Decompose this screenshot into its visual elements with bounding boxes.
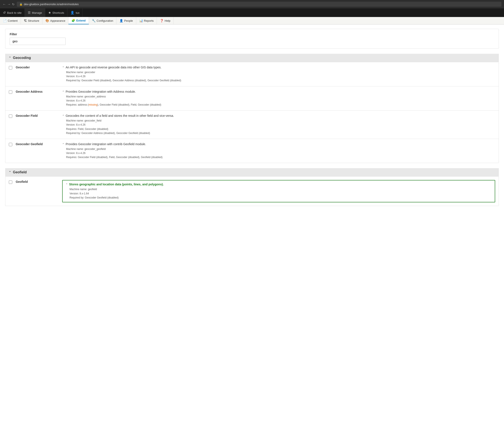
module-group-geocoding: ⌃GeocodingGeocoder⌃An API to geocode and… xyxy=(5,54,499,163)
main-content: Filter ⌃GeocodingGeocoder⌃An API to geoc… xyxy=(0,25,504,216)
module-description-geofield: Stores geographic and location data (poi… xyxy=(69,183,164,186)
module-desc-toggle-geocoder-geofield[interactable]: ⌃Provides Geocoder integration with cont… xyxy=(62,142,495,146)
module-checkbox-geocoder-address[interactable] xyxy=(9,90,12,94)
user-label: tux xyxy=(76,11,79,14)
module-desc-toggle-geocoder[interactable]: ⌃An API to geocode and reverse geocode d… xyxy=(62,66,495,69)
chevron-icon-geocoder: ⌃ xyxy=(62,66,64,69)
module-description-geocoder-field: Geocodes the content of a field and stor… xyxy=(66,114,174,117)
shortcuts-label: Shortcuts xyxy=(52,11,64,14)
module-meta-geocoder-address: Machine name: geocoder_addressVersion: 8… xyxy=(62,95,495,107)
browser-chrome: ← → ↻ 🔒 dev-gluebox.pantheonsite.io/admi… xyxy=(0,0,504,8)
manage-button[interactable]: ☰ Manage xyxy=(25,8,45,17)
module-name-geocoder-address: Geocoder Address xyxy=(16,90,59,93)
module-description-geocoder-address: Provides Geocoder integration with Addre… xyxy=(66,90,136,93)
people-tab-icon: 👤 xyxy=(119,19,123,22)
appearance-tab-label: Appearance xyxy=(50,19,65,22)
filter-input[interactable] xyxy=(10,38,66,45)
appearance-tab-icon: 🎨 xyxy=(45,19,49,22)
content-tab-icon: 📄 xyxy=(3,19,7,22)
module-meta-geocoder-field: Machine name: geocoder_fieldVersion: 8.x… xyxy=(62,119,495,135)
chevron-icon-geocoder-geofield: ⌃ xyxy=(62,143,64,146)
module-highlight-box-geofield: ⌃Stores geographic and location data (po… xyxy=(62,180,495,202)
people-tab-label: People xyxy=(124,19,133,22)
module-meta-geocoder: Machine name: geocoderVersion: 8.x-4.26R… xyxy=(62,70,495,83)
reports-tab-label: Reports xyxy=(144,19,154,22)
module-details-geocoder-field: ⌃Geocodes the content of a field and sto… xyxy=(62,114,495,135)
module-desc-toggle-geocoder-field[interactable]: ⌃Geocodes the content of a field and sto… xyxy=(62,114,495,117)
modules-table-geofield: Geofield⌃Stores geographic and location … xyxy=(5,176,499,206)
module-row-geocoder-field: Geocoder Field⌃Geocodes the content of a… xyxy=(5,110,499,139)
browser-nav-buttons: ← → ↻ xyxy=(3,2,15,6)
group-title-geofield: Geofield xyxy=(13,170,27,174)
help-tab-label: Help xyxy=(165,19,171,22)
manage-label: Manage xyxy=(32,11,42,14)
module-details-geocoder-address: ⌃Provides Geocoder integration with Addr… xyxy=(62,90,495,107)
nav-tab-structure[interactable]: 🏗Structure xyxy=(21,17,43,24)
module-row-geocoder: Geocoder⌃An API to geocode and reverse g… xyxy=(5,62,499,86)
help-tab-icon: ❓ xyxy=(160,19,164,22)
module-name-geocoder: Geocoder xyxy=(16,66,59,69)
module-row-geocoder-address: Geocoder Address⌃Provides Geocoder integ… xyxy=(5,86,499,111)
extend-tab-icon: 🧩 xyxy=(72,19,75,22)
structure-tab-icon: 🏗 xyxy=(24,19,27,22)
address-bar[interactable]: 🔒 dev-gluebox.pantheonsite.io/admin/modu… xyxy=(17,2,501,7)
back-to-site-label: Back to site xyxy=(7,11,22,14)
module-meta-geocoder-geofield: Machine name: geocoder_geofieldVersion: … xyxy=(62,147,495,160)
module-description-geocoder: An API to geocode and reverse geocode da… xyxy=(66,66,161,69)
nav-tab-people[interactable]: 👤People xyxy=(116,17,136,24)
admin-toolbar: ↺ Back to site ☰ Manage ★ Shortcuts 👤 tu… xyxy=(0,8,504,17)
nav-tab-extend[interactable]: 🧩Extend xyxy=(68,17,89,24)
module-name-geofield: Geofield xyxy=(16,180,59,183)
filter-section: Filter xyxy=(5,29,499,49)
hamburger-icon: ☰ xyxy=(28,11,30,15)
home-icon: ↺ xyxy=(3,11,6,15)
structure-tab-label: Structure xyxy=(28,19,39,22)
back-button[interactable]: ← xyxy=(3,2,6,6)
shortcuts-button[interactable]: ★ Shortcuts xyxy=(45,8,67,17)
module-details-geofield: ⌃Stores geographic and location data (po… xyxy=(62,180,495,202)
back-to-site-button[interactable]: ↺ Back to site xyxy=(0,8,25,17)
module-row-geocoder-geofield: Geocoder Geofield⌃Provides Geocoder inte… xyxy=(5,139,499,163)
chevron-icon-geofield: ⌃ xyxy=(66,183,68,186)
module-group-header-geocoding[interactable]: ⌃Geocoding xyxy=(5,54,499,62)
module-description-geocoder-geofield: Provides Geocoder integration with contr… xyxy=(66,142,146,146)
chevron-icon-geocoder-address: ⌃ xyxy=(62,90,64,93)
content-tab-label: Content xyxy=(8,19,18,22)
reload-button[interactable]: ↻ xyxy=(12,3,15,6)
collapse-icon-geocoding: ⌃ xyxy=(9,56,11,60)
module-checkbox-geocoder-field[interactable] xyxy=(9,114,12,118)
module-name-geocoder-field: Geocoder Field xyxy=(16,114,59,117)
module-group-header-geofield[interactable]: ⌃Geofield xyxy=(5,168,499,176)
group-title-geocoding: Geocoding xyxy=(13,56,31,60)
nav-tab-appearance[interactable]: 🎨Appearance xyxy=(43,17,68,24)
modules-table-geocoding: Geocoder⌃An API to geocode and reverse g… xyxy=(5,62,499,163)
module-desc-toggle-geocoder-address[interactable]: ⌃Provides Geocoder integration with Addr… xyxy=(62,90,495,93)
module-row-geofield: Geofield⌃Stores geographic and location … xyxy=(5,177,499,206)
nav-tab-reports[interactable]: 📊Reports xyxy=(136,17,157,24)
configuration-tab-icon: 🔧 xyxy=(92,19,96,22)
star-icon: ★ xyxy=(48,11,51,15)
extend-tab-label: Extend xyxy=(76,19,86,22)
module-checkbox-geofield[interactable] xyxy=(9,180,12,184)
module-checkbox-geocoder-geofield[interactable] xyxy=(9,143,12,146)
user-icon: 👤 xyxy=(70,11,74,15)
reports-tab-icon: 📊 xyxy=(139,19,143,22)
missing-label-geocoder-address: missing xyxy=(89,103,98,106)
lock-icon: 🔒 xyxy=(19,3,23,6)
secondary-nav: 📄Content🏗Structure🎨Appearance🧩Extend🔧Con… xyxy=(0,17,504,25)
module-groups: ⌃GeocodingGeocoder⌃An API to geocode and… xyxy=(5,54,499,206)
collapse-icon-geofield: ⌃ xyxy=(9,171,11,174)
url-text: dev-gluebox.pantheonsite.io/admin/module… xyxy=(24,3,79,6)
filter-label: Filter xyxy=(10,32,494,36)
module-checkbox-geocoder[interactable] xyxy=(9,66,12,69)
chevron-icon-geocoder-field: ⌃ xyxy=(62,114,64,117)
nav-tab-content[interactable]: 📄Content xyxy=(0,17,21,24)
user-button[interactable]: 👤 tux xyxy=(67,8,83,17)
nav-tab-configuration[interactable]: 🔧Configuration xyxy=(89,17,116,24)
nav-tab-help[interactable]: ❓Help xyxy=(157,17,174,24)
module-name-geocoder-geofield: Geocoder Geofield xyxy=(16,142,59,146)
forward-button[interactable]: → xyxy=(7,2,11,6)
configuration-tab-label: Configuration xyxy=(97,19,113,22)
module-group-geofield: ⌃GeofieldGeofield⌃Stores geographic and … xyxy=(5,168,499,206)
module-details-geocoder-geofield: ⌃Provides Geocoder integration with cont… xyxy=(62,142,495,160)
